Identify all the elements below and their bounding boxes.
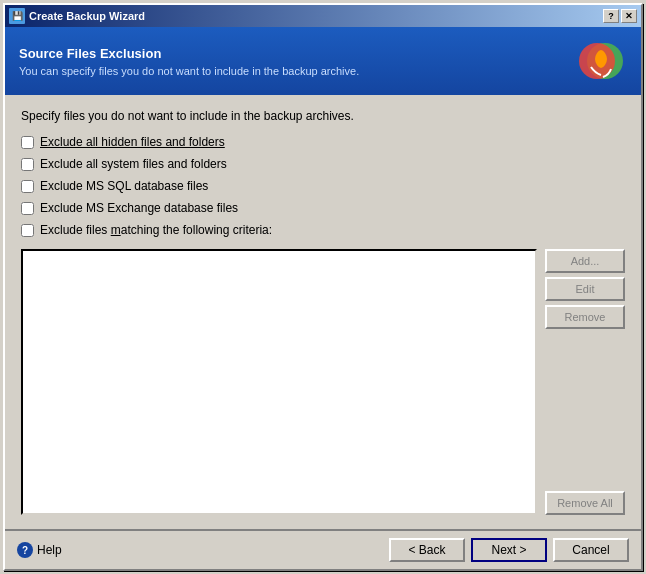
exclude-hidden-label: Exclude all hidden files and folders (40, 135, 225, 149)
checkbox-item-4: Exclude MS Exchange database files (21, 201, 625, 215)
remove-all-button[interactable]: Remove All (545, 491, 625, 515)
exclude-system-label: Exclude all system files and folders (40, 157, 227, 171)
footer-right: < Back Next > Cancel (389, 538, 629, 562)
help-title-btn[interactable]: ? (603, 9, 619, 23)
back-button[interactable]: < Back (389, 538, 465, 562)
exclude-exchange-checkbox[interactable] (21, 202, 34, 215)
title-bar-buttons: ? ✕ (603, 9, 637, 23)
edit-button[interactable]: Edit (545, 277, 625, 301)
exclude-sql-checkbox[interactable] (21, 180, 34, 193)
add-button[interactable]: Add... (545, 249, 625, 273)
close-title-btn[interactable]: ✕ (621, 9, 637, 23)
checkbox-item-3: Exclude MS SQL database files (21, 179, 625, 193)
lower-section: Add... Edit Remove Remove All (21, 249, 625, 515)
window-title: Create Backup Wizard (29, 10, 145, 22)
wizard-window: 💾 Create Backup Wizard ? ✕ Source Files … (3, 3, 643, 571)
title-bar-text: 💾 Create Backup Wizard (9, 8, 145, 24)
checkbox-item-1: Exclude all hidden files and folders (21, 135, 625, 149)
footer: ? Help < Back Next > Cancel (5, 529, 641, 569)
exclude-hidden-checkbox[interactable] (21, 136, 34, 149)
exclude-exchange-label: Exclude MS Exchange database files (40, 201, 238, 215)
exclude-system-checkbox[interactable] (21, 158, 34, 171)
section-title: Source Files Exclusion (19, 46, 359, 61)
checkbox-item-2: Exclude all system files and folders (21, 157, 625, 171)
next-button[interactable]: Next > (471, 538, 547, 562)
help-button[interactable]: ? Help (17, 542, 62, 558)
exclude-sql-label: Exclude MS SQL database files (40, 179, 208, 193)
logo-icon (575, 37, 627, 85)
side-buttons: Add... Edit Remove Remove All (545, 249, 625, 515)
app-icon: 💾 (9, 8, 25, 24)
help-label: Help (37, 543, 62, 557)
criteria-list (21, 249, 537, 515)
header-text: Source Files Exclusion You can specify f… (19, 46, 359, 77)
section-subtitle: You can specify files you do not want to… (19, 65, 359, 77)
header-logo (575, 37, 627, 85)
checkbox-item-5: Exclude files matching the following cri… (21, 223, 625, 237)
footer-left: ? Help (17, 542, 62, 558)
remove-button[interactable]: Remove (545, 305, 625, 329)
instruction-text: Specify files you do not want to include… (21, 109, 625, 123)
content-area: Specify files you do not want to include… (5, 95, 641, 529)
checkbox-group: Exclude all hidden files and folders Exc… (21, 135, 625, 237)
exclude-criteria-checkbox[interactable] (21, 224, 34, 237)
title-bar: 💾 Create Backup Wizard ? ✕ (5, 5, 641, 27)
help-icon: ? (17, 542, 33, 558)
exclude-criteria-label: Exclude files matching the following cri… (40, 223, 272, 237)
cancel-button[interactable]: Cancel (553, 538, 629, 562)
header-band: Source Files Exclusion You can specify f… (5, 27, 641, 95)
